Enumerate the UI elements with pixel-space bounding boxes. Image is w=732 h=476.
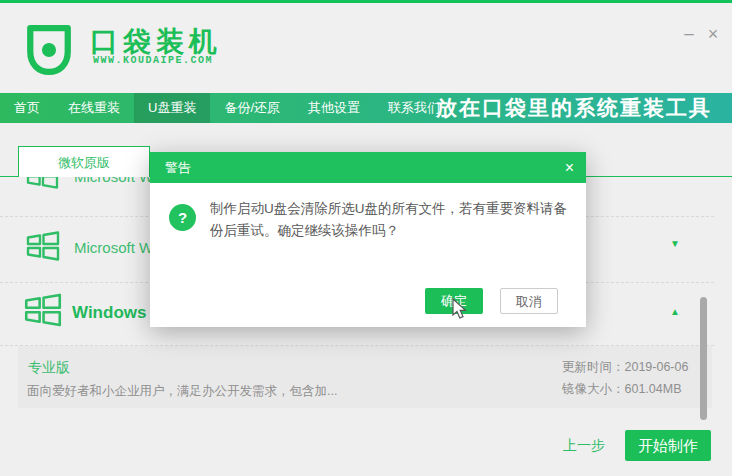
previous-step-button[interactable]: 上一步 <box>563 437 605 455</box>
close-button[interactable]: × <box>702 23 724 45</box>
start-create-button[interactable]: 开始制作 <box>625 430 711 461</box>
warning-dialog: 警告 × ? 制作启动U盘会清除所选U盘的所有文件，若有重要资料请备份后重试。确… <box>150 152 586 327</box>
nav-item-home[interactable]: 首页 <box>0 93 54 123</box>
edition-detail-row[interactable]: 专业版 面向爱好者和小企业用户，满足办公开发需求，包含加... 更新时间：201… <box>18 346 712 408</box>
windows-logo-icon <box>24 293 62 331</box>
tab-microsoft-original[interactable]: 微软原版 <box>18 146 150 177</box>
dialog-message: 制作启动U盘会清除所选U盘的所有文件，若有重要资料请备份后重试。确定继续该操作吗… <box>210 198 572 241</box>
mouse-cursor <box>452 298 470 320</box>
nav-item-usb-reinstall[interactable]: U盘重装 <box>134 93 210 123</box>
os-row-title: Microsoft Wi <box>74 239 157 256</box>
chevron-down-icon[interactable]: ▼ <box>670 238 680 249</box>
edition-description: 面向爱好者和小企业用户，满足办公开发需求，包含加... <box>27 383 337 400</box>
chevron-up-icon[interactable]: ▲ <box>670 306 680 317</box>
app-window: 口袋装机 WWW.KOUDAIPE.COM – × 首页 在线重装 U盘重装 备… <box>0 0 732 476</box>
os-row-title: Windows X <box>72 303 163 323</box>
nav-item-backup-restore[interactable]: 备份/还原 <box>210 93 294 123</box>
app-header: 口袋装机 WWW.KOUDAIPE.COM – × <box>0 3 732 93</box>
main-nav: 首页 在线重装 U盘重装 备份/还原 其他设置 联系我们 放在口袋里的系统重装工… <box>0 93 732 123</box>
edition-update-time: 更新时间：2019-06-06 <box>562 356 688 378</box>
edition-image-size: 镜像大小：601.04MB <box>562 378 688 400</box>
windows-logo-icon <box>26 231 60 265</box>
nav-item-online-reinstall[interactable]: 在线重装 <box>54 93 134 123</box>
app-logo-shield-icon <box>24 23 74 77</box>
nav-slogan: 放在口袋里的系统重装工具 <box>436 93 712 123</box>
question-mark-icon: ? <box>169 204 196 231</box>
warning-dialog-header: 警告 × <box>150 152 586 183</box>
edition-name: 专业版 <box>28 359 70 377</box>
minimize-button[interactable]: – <box>678 23 700 45</box>
dialog-close-icon[interactable]: × <box>565 152 574 183</box>
cancel-button[interactable]: 取消 <box>500 288 558 314</box>
nav-item-other-settings[interactable]: 其他设置 <box>294 93 374 123</box>
footer-bar: 上一步 开始制作 <box>0 420 732 476</box>
scrollbar-thumb[interactable] <box>700 297 707 420</box>
app-website: WWW.KOUDAIPE.COM <box>93 55 213 66</box>
dialog-title: 警告 <box>165 152 191 183</box>
